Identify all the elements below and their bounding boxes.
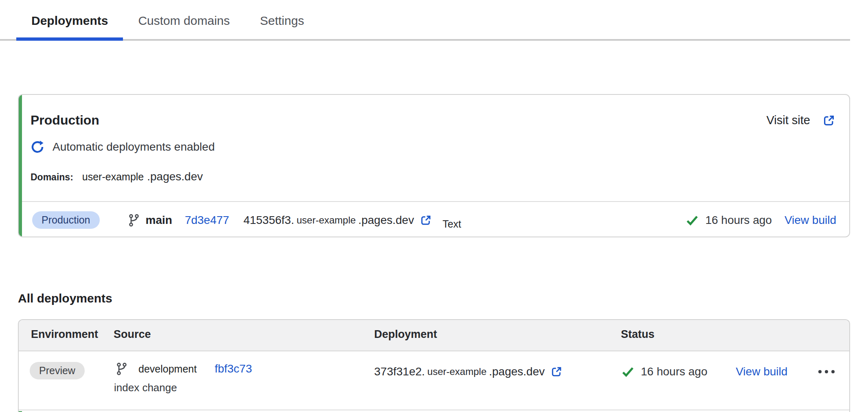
deployment-url-suffix: .pages.dev <box>358 214 414 227</box>
refresh-icon <box>31 140 44 154</box>
commit-link[interactable]: 7d3e477 <box>185 214 229 227</box>
environment-badge: Preview <box>30 362 85 379</box>
visit-site-link[interactable]: Visit site <box>767 114 835 127</box>
production-deployment-row: Production main 7d3e477 415356f3. user-e… <box>19 201 849 237</box>
auto-deployments-text: Automatic deployments enabled <box>53 140 215 153</box>
check-icon <box>685 213 699 227</box>
production-card-title: Production <box>31 113 99 128</box>
next-table-row-partial <box>19 410 849 412</box>
view-build-link[interactable]: View build <box>736 365 787 378</box>
production-indicator-bar <box>19 95 22 237</box>
deployment-url-hash: 373f31e2. <box>374 365 425 378</box>
commit-message: index change <box>114 381 374 394</box>
column-deployment: Deployment <box>374 328 621 341</box>
environment-badge: Production <box>32 211 100 229</box>
branch-name: main <box>146 214 172 227</box>
view-build-link[interactable]: View build <box>785 214 836 227</box>
visit-site-label: Visit site <box>767 114 810 127</box>
table-row: Preview development fbf3c73 inde <box>19 351 849 410</box>
table-header-row: Environment Source Deployment Status <box>19 320 849 351</box>
domain-suffix: .pages.dev <box>147 170 203 183</box>
deployment-url-suffix: .pages.dev <box>489 365 545 378</box>
commit-message: Text <box>443 218 461 230</box>
deployment-url-hash: 415356f3. <box>243 214 294 227</box>
tab-bar: Deployments Custom domains Settings <box>0 0 850 41</box>
deployment-url-name: user-example <box>427 366 487 377</box>
production-card: Production Visit site <box>18 94 850 237</box>
commit-link[interactable]: fbf3c73 <box>215 362 252 375</box>
deployments-table: Environment Source Deployment Status Pre… <box>18 319 850 412</box>
git-branch-icon <box>127 213 141 227</box>
all-deployments-title: All deployments <box>18 291 850 305</box>
external-link-icon <box>822 114 835 127</box>
column-environment: Environment <box>19 328 114 341</box>
git-branch-icon <box>115 362 129 376</box>
column-status: Status <box>621 328 849 341</box>
deployment-url[interactable]: 373f31e2. user-example .pages.dev <box>374 365 563 378</box>
overflow-menu-icon[interactable] <box>816 368 837 376</box>
deployment-url[interactable]: 415356f3. user-example .pages.dev <box>243 214 432 227</box>
deployment-time: 16 hours ago <box>641 365 707 378</box>
external-link-icon[interactable] <box>550 366 563 378</box>
external-link-icon[interactable] <box>420 214 432 226</box>
tab-deployments[interactable]: Deployments <box>16 0 123 39</box>
tab-custom-domains[interactable]: Custom domains <box>123 0 245 39</box>
domain-name: user-example <box>82 171 144 183</box>
deployment-time: 16 hours ago <box>705 214 772 227</box>
domains-label: Domains: <box>31 172 73 183</box>
deployment-url-name: user-example <box>296 215 355 226</box>
column-source: Source <box>114 328 374 341</box>
check-icon <box>621 365 635 379</box>
branch-name: development <box>138 363 197 375</box>
tab-settings[interactable]: Settings <box>245 0 319 39</box>
